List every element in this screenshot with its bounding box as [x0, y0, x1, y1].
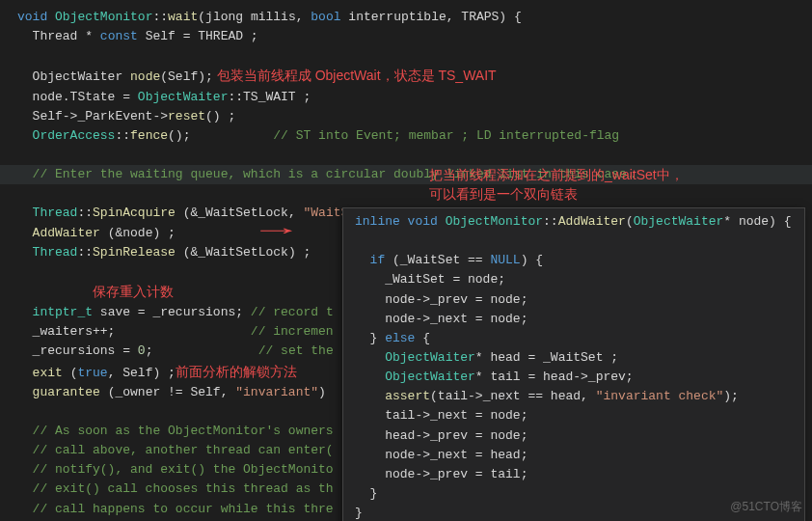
annotation-unlock-method: 前面分析的解锁方法 — [176, 364, 297, 379]
popup-code-line: node->_next = head; — [355, 446, 804, 465]
popup-code-line: node->_prev = tail; — [355, 465, 804, 484]
code-line — [17, 46, 812, 66]
code-line — [17, 146, 812, 165]
code-line-highlighted: // Enter the waiting queue, which is a c… — [0, 165, 812, 184]
popup-code-line: tail->_next = node; — [355, 406, 804, 425]
popup-code-line: inline void ObjectMonitor::AddWaiter(Obj… — [355, 212, 804, 232]
popup-code-line: if (_WaitSet == NULL) { — [355, 251, 804, 270]
code-line: void ObjectMonitor::wait(jlong millis, b… — [17, 8, 812, 27]
popup-code-line — [355, 232, 804, 251]
annotation-wrap-objectwait: 包装当前线程成 ObjectWait，状态是 TS_WAIT — [213, 68, 497, 83]
popup-code-line: head->_prev = node; — [355, 426, 804, 446]
popup-code-line: node->_prev = node; — [355, 290, 804, 310]
popup-code-line: node->_next = node; — [355, 310, 804, 329]
popup-code-line: ObjectWaiter* head = _WaitSet ; — [355, 348, 804, 368]
popup-code-line: } else { — [355, 329, 804, 348]
code-line: Self->_ParkEvent->reset() ; — [17, 107, 812, 126]
code-popup-tooltip: inline void ObjectMonitor::AddWaiter(Obj… — [342, 207, 805, 521]
annotation-save-recursion: 保存重入计数 — [93, 284, 174, 299]
popup-code-line: ObjectWaiter* tail = head->_prev; — [355, 368, 804, 387]
popup-code-line: _WaitSet = node; — [355, 270, 804, 289]
popup-code-line: assert(tail->_next == head, "invariant c… — [355, 387, 804, 406]
code-line: ObjectWaiter node(Self); 包装当前线程成 ObjectW… — [17, 66, 812, 87]
code-line: Thread * const Self = THREAD ; — [17, 27, 812, 46]
code-line: OrderAccess::fence(); // ST into Event; … — [17, 126, 812, 146]
watermark-text: @51CTO博客 — [730, 499, 802, 515]
arrow-icon: → — [260, 219, 292, 243]
annotation-waitset-description: 把当前线程添加在之前提到的_waitSet中， 可以看到是一个双向链表 — [429, 166, 684, 204]
code-line: node.TState = ObjectWaiter::TS_WAIT ; — [17, 88, 812, 107]
code-line — [17, 184, 812, 204]
